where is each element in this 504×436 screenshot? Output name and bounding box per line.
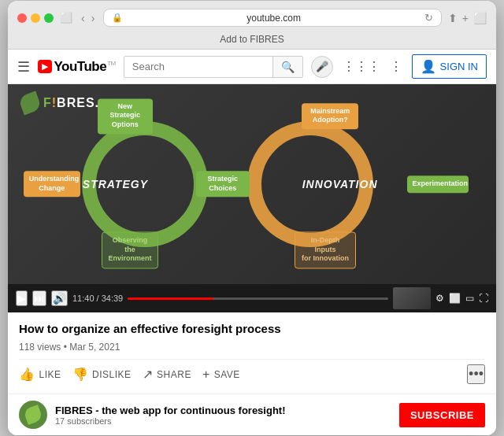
video-meta: 118 views • Mar 5, 2021 [19, 342, 485, 353]
miniplayer-icon[interactable]: ⬜ [449, 293, 461, 304]
experimentation-node: Experimentation [407, 176, 469, 193]
back-button[interactable]: ‹ [79, 12, 87, 24]
url-text: youtube.com [128, 13, 419, 24]
strategic-choices-box: StrategicChoices [196, 171, 250, 197]
view-count: 118 views [19, 342, 61, 353]
thumbs-up-icon: 👍 [19, 367, 35, 382]
mainstream-adoption-node: MainstreamAdoption? [302, 103, 358, 129]
innovation-label: INNOVATION [302, 178, 378, 190]
title-bar: ⬜ ‹ › 🔒 youtube.com ↻ ⬆ + ⬜ [8, 1, 496, 31]
channel-avatar [19, 401, 47, 429]
save-button[interactable]: + SAVE [202, 368, 240, 382]
playlist-add-icon: + [202, 368, 210, 382]
video-controls: ▶ ⏭ 🔊 11:40 / 34:39 ⚙ ⬜ ▭ ⛶ [8, 284, 496, 312]
mic-button[interactable]: 🎤 [311, 56, 333, 78]
subscribe-button[interactable]: SUBSCRIBE [399, 403, 485, 427]
nav-arrows: ‹ › [79, 12, 97, 24]
fibres-leaf-icon [18, 91, 43, 116]
youtube-logo[interactable]: ▶ YouTubeTM [38, 59, 116, 75]
fibres-logo: F!BRES. [20, 94, 99, 113]
video-diagram: F!BRES. STRATEGY INNOVATION StrategicCho… [8, 84, 496, 284]
address-bar[interactable]: 🔒 youtube.com ↻ [103, 9, 441, 27]
bookmark-label[interactable]: Add to FIBRES [220, 34, 284, 45]
channel-avatar-leaf-icon [23, 405, 43, 425]
search-button[interactable]: 🔍 [272, 57, 302, 77]
minimize-button[interactable] [31, 13, 40, 23]
browser-window: ⬜ ‹ › 🔒 youtube.com ↻ ⬆ + ⬜ Add to FIBRE… [8, 1, 496, 435]
channel-subs: 17 subscribers [55, 416, 399, 426]
video-content: F!BRES. STRATEGY INNOVATION StrategicCho… [8, 84, 496, 284]
new-tab-icon[interactable]: + [462, 12, 469, 24]
video-actions: 👍 LIKE 👎 DISLIKE ↗ SHARE + SAVE ••• [19, 359, 485, 389]
reload-icon[interactable]: ↻ [424, 12, 433, 24]
thumbnail-strip [393, 287, 431, 309]
extensions-icon[interactable]: ⬜ [473, 12, 487, 24]
understanding-change-node: UnderstandingChange [24, 171, 80, 197]
play-button[interactable]: ▶ [16, 290, 28, 306]
share-button[interactable]: ↗ SHARE [143, 367, 191, 382]
forward-button[interactable]: › [89, 12, 98, 24]
video-info: How to organize an effective foresight p… [8, 312, 496, 394]
share-icon: ↗ [143, 367, 154, 382]
new-strategic-node: New StrategicOptions [98, 98, 153, 134]
ctrl-icons-right: ⚙ ⬜ ▭ ⛶ [435, 293, 488, 304]
more-options-icon[interactable]: ⋮ [388, 57, 404, 76]
dislike-button[interactable]: 👎 DISLIKE [72, 367, 132, 382]
yt-logo-text: YouTubeTM [54, 59, 116, 75]
menu-icon[interactable]: ☰ [17, 58, 30, 76]
bookmark-bar: Add to FIBRES [8, 31, 496, 50]
observing-env-node: Observing theEnvironment [102, 231, 158, 268]
channel-info: FIBRES - the web app for continuous fore… [55, 405, 399, 426]
volume-button[interactable]: 🔊 [51, 290, 68, 306]
theater-icon[interactable]: ▭ [465, 293, 474, 304]
apps-icon[interactable]: ⋮⋮⋮ [341, 57, 382, 76]
lock-icon: 🔒 [112, 13, 123, 23]
indepth-inputs-node: In-Depth Inputsfor Innovation [295, 231, 356, 268]
account-circle-icon: 👤 [421, 59, 436, 74]
channel-row: FIBRES - the web app for continuous fore… [8, 394, 496, 435]
settings-icon[interactable]: ⚙ [435, 293, 444, 304]
fibres-text: F!BRES. [43, 96, 99, 110]
fullscreen-icon[interactable]: ⛶ [479, 293, 488, 304]
title-bar-actions: ⬆ + ⬜ [448, 12, 487, 24]
skip-button[interactable]: ⏭ [32, 290, 46, 306]
progress-filled [128, 297, 213, 300]
video-player: F!BRES. STRATEGY INNOVATION StrategicCho… [8, 84, 496, 312]
strategy-label: STRATEGY [83, 178, 148, 190]
channel-name[interactable]: FIBRES - the web app for continuous fore… [55, 405, 399, 416]
traffic-lights [17, 13, 54, 23]
close-button[interactable] [17, 13, 27, 23]
like-button[interactable]: 👍 LIKE [19, 367, 61, 382]
yt-play-icon: ▶ [38, 60, 52, 73]
search-bar[interactable]: 🔍 [124, 56, 303, 78]
youtube-header: ☰ ▶ YouTubeTM 🔍 🎤 ⋮⋮⋮ ⋮ 👤 SIGN IN [8, 50, 496, 84]
share-icon[interactable]: ⬆ [448, 12, 458, 24]
maximize-button[interactable] [44, 13, 54, 23]
progress-bar[interactable] [128, 297, 388, 300]
thumbs-down-icon: 👎 [72, 367, 89, 382]
header-icons: ⋮⋮⋮ ⋮ [341, 57, 404, 76]
more-actions-button[interactable]: ••• [467, 364, 485, 384]
search-input[interactable] [124, 57, 272, 76]
tab-overview-icon[interactable]: ⬜ [60, 13, 72, 24]
publish-date: Mar 5, 2021 [69, 342, 120, 353]
sign-in-button[interactable]: 👤 SIGN IN [412, 54, 487, 79]
time-display: 11:40 / 34:39 [72, 294, 123, 303]
video-title: How to organize an effective foresight p… [19, 320, 485, 337]
